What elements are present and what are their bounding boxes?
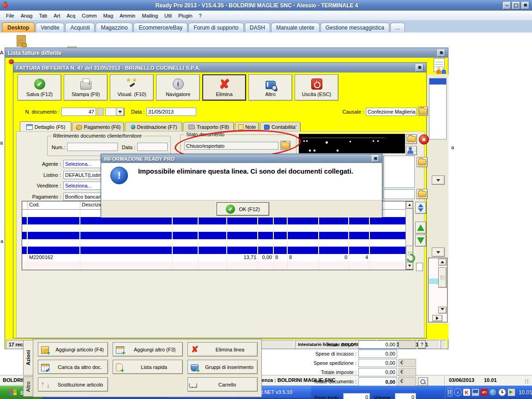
desktop-icon-package[interactable] [17, 35, 26, 47]
navigatore-button[interactable]: Navigatore [156, 74, 200, 101]
tab-desktop[interactable]: Desktop [2, 22, 35, 32]
sostituzione-articolo-button[interactable]: Sostituzione articolo [38, 377, 108, 392]
lista-combo-arrow-1[interactable] [432, 175, 445, 185]
memo-folder-button[interactable] [417, 157, 428, 167]
elimina-linea-button[interactable]: Elimina linea [187, 342, 258, 357]
menu-item-anag[interactable]: Anag [18, 12, 36, 19]
table-row-data[interactable]: M2200162 13,71 0,00 8 8 0 4 [22, 254, 405, 261]
person-search-button[interactable] [406, 146, 417, 155]
lista-rapida-button[interactable]: Lista rapida [113, 360, 183, 374]
carica-da-altro-doc-button[interactable]: Carica da altro doc. [38, 360, 108, 374]
altro-button[interactable]: Altro [248, 74, 292, 101]
tab-ecommerce[interactable]: Ecommerce/eBay [133, 23, 187, 32]
note-folder-button[interactable] [417, 189, 428, 199]
tab-vendite[interactable]: Vendite [36, 23, 64, 32]
gruppi-inserimento-button[interactable]: Gruppi di inserimento [187, 360, 258, 374]
table-row-selected[interactable] [22, 217, 405, 224]
zoom-total-button[interactable] [418, 377, 428, 386]
tab-messaggistica[interactable]: Gestione messaggistica [320, 23, 389, 32]
ok-button[interactable]: ✔ OK (F12) [217, 202, 269, 216]
tab-magazzino[interactable]: Magazzino [96, 23, 133, 32]
modal-close-icon[interactable]: ✖ [372, 155, 379, 162]
table-row[interactable] [22, 224, 405, 232]
elimina-button[interactable]: ✘ Elimina [202, 74, 246, 101]
kaspersky-icon[interactable]: K [463, 389, 470, 396]
totale-imposte-input[interactable]: 0,00 [358, 368, 397, 376]
scroll-up-icon[interactable] [406, 201, 413, 209]
totale-corpo-input[interactable]: 0,00 [358, 340, 397, 349]
lista-close-icon[interactable]: ✖ [437, 49, 445, 57]
tab-dettaglio[interactable]: Dettaglio (F5) [20, 121, 72, 132]
menu-item-help[interactable]: ? [196, 12, 205, 19]
table-row-empty[interactable] [22, 261, 405, 269]
tab-manuale[interactable]: Manuale utente [271, 23, 320, 32]
scroll-down-icon[interactable] [406, 262, 413, 270]
note-field[interactable] [383, 189, 415, 199]
time-sync-icon[interactable] [489, 388, 497, 396]
menu-item-ammin[interactable]: Ammin [116, 12, 139, 19]
restore-button[interactable] [512, 2, 520, 9]
causale-input[interactable]: Confezione Maglieria [366, 108, 417, 116]
tab-azioni[interactable]: Azioni [23, 340, 33, 375]
row-up-button[interactable] [415, 222, 426, 234]
menu-item-comm[interactable]: Comm [79, 12, 100, 19]
menu-item-mailing[interactable]: Mailing [139, 12, 161, 19]
contacts-icon[interactable] [434, 58, 447, 74]
tab-forum[interactable]: Forum di supporto [188, 23, 243, 32]
table-row[interactable] [22, 239, 405, 247]
ati-icon[interactable]: ATI [481, 389, 488, 396]
aggiungi-altro-button[interactable]: Aggiungi altro (F3) [113, 342, 183, 357]
totale-documento-input[interactable]: 0,00 [358, 377, 397, 386]
table-row-selected[interactable] [22, 247, 405, 254]
scroll-thumb[interactable] [438, 267, 447, 288]
row-down-button[interactable] [415, 235, 426, 247]
menu-item-acq[interactable]: Acq [63, 12, 79, 19]
menu-item-plugin[interactable]: Plugin [175, 12, 196, 19]
carrello-button[interactable]: Carrello [187, 377, 258, 392]
tab-more[interactable]: ... [390, 23, 405, 32]
tab-dash[interactable]: DASH [245, 23, 270, 32]
tab-destinazione[interactable]: Destinazione (F7) [125, 122, 182, 132]
stampa-button[interactable]: Stampa (F9) [64, 74, 108, 101]
fattura-close-icon[interactable]: ✖ [416, 64, 423, 72]
minimize-button[interactable]: ─ [503, 2, 511, 9]
spese-incasso-input[interactable]: 0,00 [358, 350, 397, 358]
menu-item-tab[interactable]: Tab [36, 12, 50, 19]
table-row-selected[interactable] [22, 232, 405, 239]
menu-item-util[interactable]: Util [161, 12, 175, 19]
folder-button-top[interactable] [406, 134, 417, 144]
uscita-button[interactable]: Uscita (ESC) [295, 74, 339, 101]
menu-item-file[interactable]: File [3, 12, 18, 19]
rif-num-input[interactable] [67, 143, 118, 151]
resize-grip[interactable] [525, 379, 529, 384]
lista-combo-arrow-2[interactable] [432, 248, 445, 257]
tab-pagamento[interactable]: Pagamento (F6) [73, 122, 124, 132]
help-button[interactable]: ? [418, 340, 426, 349]
close-button[interactable]: ✖ [521, 2, 529, 9]
listino-combo[interactable]: DEFAULT(Listino [63, 171, 103, 179]
menu-item-art[interactable]: Art [50, 12, 63, 19]
data-input[interactable]: 31/05/2013 [146, 108, 196, 116]
menu-item-mag[interactable]: Mag [100, 12, 116, 19]
tab-altro-actions[interactable]: Altro [23, 376, 33, 397]
agente-combo[interactable]: Seleziona... [63, 160, 103, 168]
rif-data-input[interactable] [137, 143, 168, 151]
disk-activity-icon[interactable] [508, 388, 515, 396]
tray-language-indicator[interactable]: IT [447, 388, 453, 397]
causale-folder-button[interactable] [418, 107, 428, 116]
venditore-combo[interactable]: Seleziona... [63, 181, 103, 190]
scroll-up-icon[interactable] [438, 259, 447, 266]
tab-trasporto[interactable]: Trasporto (F8) [183, 122, 234, 132]
spese-spedizione-input[interactable]: 0,00 [358, 359, 397, 367]
lista-minitable[interactable] [428, 258, 447, 322]
tab-acquisti[interactable]: Acquisti [65, 23, 95, 32]
scroll-right-icon[interactable] [432, 315, 442, 321]
move-row-button[interactable] [415, 202, 426, 214]
n-documento-input[interactable]: 47 [61, 108, 96, 116]
clock-icon[interactable] [498, 388, 506, 396]
delete-circle-button[interactable]: ✖ [419, 134, 429, 145]
pagamento-combo[interactable]: Bonifico bancario [63, 193, 103, 201]
memo-box[interactable] [383, 156, 415, 188]
visual-button[interactable]: Visual. (F10) [110, 74, 154, 101]
volume-input[interactable]: 0 [395, 393, 416, 399]
